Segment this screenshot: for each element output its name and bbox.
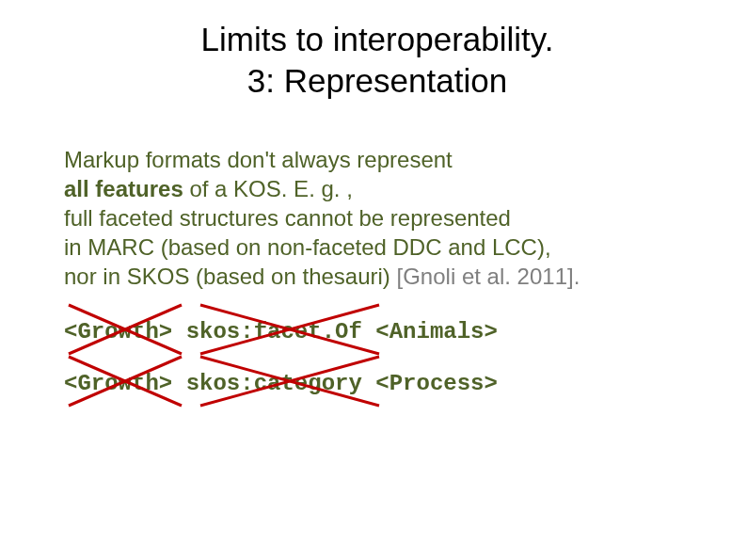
body-text: Markup formats don't always represent al…	[64, 145, 691, 292]
code2-predicate: skos:category	[186, 371, 362, 396]
body-line-3: full faceted structures cannot be repres…	[64, 205, 511, 231]
body-line-4: in MARC (based on non-faceted DDC and LC…	[64, 234, 551, 260]
code-line-1: <Growth> skos:facet.Of <Animals>	[64, 319, 691, 346]
body-line-5a: nor in SKOS (based on thesauri)	[64, 264, 397, 289]
code1-predicate: skos:facet.Of	[186, 319, 362, 344]
citation: [Gnoli et al. 2011]	[397, 264, 574, 289]
code-line-2: <Growth> skos:category <Process>	[64, 371, 691, 398]
body-dot: .	[574, 264, 580, 289]
body-line-1: Markup formats don't always represent	[64, 147, 453, 172]
title-line-2: 3: Representation	[247, 62, 507, 99]
slide-title: Limits to interoperability. 3: Represent…	[64, 19, 691, 102]
code2-process: <Process>	[375, 371, 498, 396]
title-line-1: Limits to interoperability.	[201, 21, 554, 57]
body-all-features: all features	[64, 176, 183, 201]
code1-animals: <Animals>	[375, 319, 498, 344]
body-line-2b: of a KOS. E. g. ,	[183, 176, 353, 201]
slide: Limits to interoperability. 3: Represent…	[0, 0, 747, 560]
code2-growth: <Growth>	[64, 371, 172, 396]
code1-growth: <Growth>	[64, 319, 172, 344]
